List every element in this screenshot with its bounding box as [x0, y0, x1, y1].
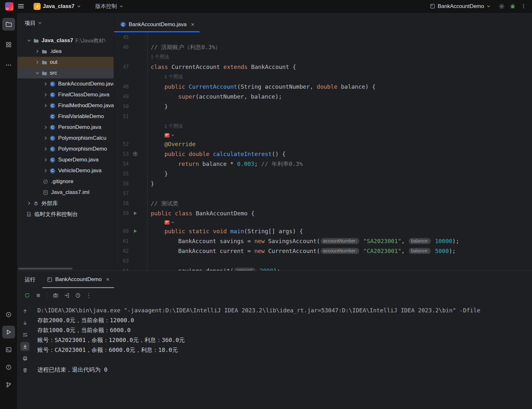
tree-item[interactable]: CFinalMethodDemo.java: [18, 100, 114, 111]
ignored-icon: [42, 179, 49, 184]
usages-hint[interactable]: 1 个用法: [148, 123, 183, 129]
run-toolwindow-button[interactable]: [2, 326, 15, 338]
console-output[interactable]: D:\IDEA\JDK\bin\java.exe "-javaagent:D:\…: [32, 303, 532, 409]
code-text: public CurrentAccount(String accountNumb…: [148, 83, 376, 90]
editor-gutter: 53: [114, 149, 148, 159]
tree-item[interactable]: CVehicleDemo.java: [18, 165, 114, 176]
code-token: CurrentAccount: [189, 83, 237, 90]
print-icon[interactable]: [20, 354, 29, 363]
line-number: 54: [114, 161, 129, 167]
chevron-down-icon: [77, 4, 81, 9]
code-line: 55}: [114, 169, 532, 179]
tree-item[interactable]: 临时文件和控制台: [18, 209, 114, 219]
tree-item[interactable]: CPolymorphismDemo: [18, 144, 114, 154]
chevron-right-icon[interactable]: [42, 136, 49, 141]
vcs-widget[interactable]: 版本控制: [92, 1, 126, 11]
chevron-down-icon[interactable]: [26, 38, 33, 43]
more-actions-icon[interactable]: [518, 1, 529, 12]
chevron-down-icon[interactable]: [171, 132, 175, 138]
class-icon: C: [49, 114, 56, 119]
ide-window: IJ J Java_class7 版本控制 BankAccountDemo: [0, 0, 532, 409]
chevron-right-icon[interactable]: [42, 92, 49, 97]
rerun-icon[interactable]: [22, 291, 32, 301]
chevron-right-icon[interactable]: [34, 49, 41, 54]
tree-item[interactable]: CFinalVariableDemo: [18, 111, 114, 122]
tree-item[interactable]: .gitignore: [18, 176, 114, 187]
tree-item[interactable]: Java_class7.iml: [18, 187, 114, 198]
code-text: public double calculateInterest() {: [148, 151, 285, 157]
tree-item[interactable]: CPolymorphismCalcu: [18, 133, 114, 144]
more-toolwindows-button[interactable]: [2, 59, 15, 71]
chevron-right-icon[interactable]: [42, 81, 49, 86]
close-icon[interactable]: ✕: [106, 277, 110, 282]
plugin-badge-icon[interactable]: [164, 220, 170, 225]
project-selector[interactable]: J Java_class7: [31, 1, 84, 11]
chevron-right-icon[interactable]: [42, 103, 49, 108]
run-config-selector[interactable]: BankAccountDemo: [427, 2, 494, 11]
stop-icon[interactable]: [33, 291, 43, 301]
soft-wrap-icon[interactable]: [20, 330, 29, 339]
console-line: 进程已结束，退出代码为 0: [37, 365, 532, 375]
horizontal-scrollbar[interactable]: [18, 268, 72, 270]
code-text: // 测试类: [148, 200, 179, 207]
structure-toolwindow-button[interactable]: [2, 38, 15, 51]
chevron-right-icon[interactable]: [42, 157, 49, 162]
tool-window-strip: [0, 13, 18, 409]
chevron-right-icon[interactable]: [34, 60, 41, 65]
tree-item[interactable]: CFinalClassDemo.java: [18, 89, 114, 100]
code-text: BankAccount savings = new SavingsAccount…: [148, 238, 459, 244]
chevron-down-icon[interactable]: [34, 71, 41, 76]
git-toolwindow-button[interactable]: [2, 378, 15, 391]
debug-icon[interactable]: [507, 1, 518, 12]
run-tab[interactable]: BankAccountDemo ✕: [42, 271, 114, 288]
more-icon[interactable]: ⋮: [84, 291, 94, 301]
tree-item[interactable]: CBankAccountDemo.java: [18, 78, 114, 89]
services-toolwindow-button[interactable]: [2, 308, 15, 321]
project-panel-header[interactable]: 项目: [18, 13, 114, 33]
close-icon[interactable]: ✕: [191, 22, 194, 27]
clear-console-icon[interactable]: [20, 366, 29, 375]
line-number: 59: [114, 211, 129, 216]
vcs-label: 版本控制: [95, 3, 117, 10]
editor-gutter: 62: [114, 246, 148, 256]
tree-item[interactable]: CSuperDemo.java: [18, 154, 114, 165]
run-gutter-icon[interactable]: [129, 228, 141, 234]
line-number: 50: [114, 104, 129, 109]
tree-item[interactable]: out: [18, 57, 114, 68]
history-icon[interactable]: [73, 291, 83, 301]
tree-item[interactable]: Java_class7F:\Java教材\: [18, 35, 114, 46]
chevron-right-icon[interactable]: [42, 168, 49, 173]
down-stacktrace-icon[interactable]: [20, 318, 29, 327]
editor-tab[interactable]: C BankAccountDemo.java ✕: [114, 17, 200, 32]
up-stacktrace-icon[interactable]: [20, 307, 29, 316]
run-gutter-icon[interactable]: [129, 211, 141, 216]
chevron-right-icon[interactable]: [42, 146, 49, 152]
tree-item[interactable]: .idea: [18, 46, 114, 57]
thread-dump-icon[interactable]: [50, 291, 60, 301]
editor-gutter: [114, 72, 148, 82]
plugin-badge-icon[interactable]: [164, 133, 170, 138]
tree-item[interactable]: 外部库: [18, 198, 114, 209]
more-icon: [5, 62, 12, 68]
settings-icon[interactable]: [496, 1, 507, 12]
code-line: 60public static void main(String[] args)…: [114, 226, 532, 236]
code-token: "SA2023001": [363, 238, 401, 244]
override-gutter-icon[interactable]: [129, 151, 141, 157]
run-toolwindow-title[interactable]: 运行: [25, 276, 35, 283]
chevron-down-icon: [38, 21, 42, 25]
usages-hint[interactable]: 1 个用法: [148, 74, 183, 80]
chevron-right-icon[interactable]: [42, 125, 49, 130]
chevron-down-icon[interactable]: [171, 219, 175, 226]
tree-item[interactable]: src: [18, 68, 114, 78]
scroll-to-end-icon[interactable]: [20, 342, 29, 351]
tree-item[interactable]: CPersonDemo.java: [18, 122, 114, 133]
terminal-toolwindow-button[interactable]: [2, 343, 15, 356]
application-icon: [47, 277, 52, 282]
project-toolwindow-button[interactable]: [2, 18, 15, 31]
usages-hint[interactable]: 1 个用法: [148, 54, 169, 60]
attach-icon[interactable]: [62, 291, 72, 301]
problems-toolwindow-button[interactable]: [2, 361, 15, 374]
main-menu-icon[interactable]: [15, 1, 26, 12]
chevron-right-icon[interactable]: [26, 201, 33, 206]
code-text: // 活期账户（利息0.3%）: [148, 43, 221, 51]
